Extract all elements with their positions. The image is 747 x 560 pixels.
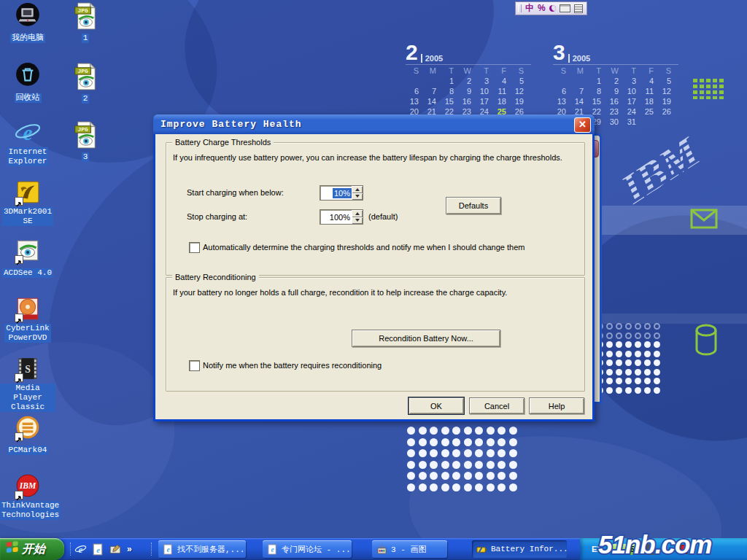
start-charging-value[interactable]: 10% (333, 188, 352, 198)
calendar-day: 10 (476, 87, 493, 97)
cancel-button[interactable]: Cancel (469, 397, 525, 414)
svg-text:S: S (25, 364, 31, 375)
calendar-day: 7 (423, 87, 441, 97)
wallpaper-dot (419, 427, 427, 435)
group-description: If you infrequently use battery power, y… (173, 153, 562, 162)
calendar-day: 5 (511, 77, 528, 87)
stop-charging-value[interactable]: 100% (320, 213, 352, 222)
language-indicator[interactable]: EN (592, 545, 603, 553)
wallpaper-dot (635, 369, 641, 376)
wallpaper-dot (635, 387, 641, 394)
desktop-icon-media-player-classic[interactable]: SMedia Player Classic (0, 355, 55, 412)
desktop-icon-powerdvd[interactable]: CyberLink PowerDVD (0, 295, 55, 343)
dialog-title-bar[interactable]: Improve Battery Health ✕ (153, 114, 595, 134)
wallpaper-dot (464, 449, 472, 457)
desktop-icon-my-computer[interactable]: 我的电脑 (0, 2, 55, 43)
stop-charging-spinner[interactable]: 100% (320, 209, 363, 225)
ie-icon[interactable]: e (74, 543, 87, 556)
wallpaper-dot (616, 351, 622, 357)
wallpaper-dot (654, 341, 660, 348)
ime-menu-icon[interactable] (574, 4, 583, 13)
ime-keyboard-icon[interactable] (560, 4, 570, 12)
desktop-icon-jpg-file[interactable]: JPG2 (58, 63, 113, 104)
recondition-battery-button[interactable]: Recondition Battery Now... (352, 330, 500, 347)
help-button[interactable]: Help (529, 397, 584, 414)
auto-determine-label[interactable]: Automatically determine the charging thr… (203, 243, 525, 252)
ime-chinese-indicator[interactable]: 中 (525, 3, 534, 14)
taskbar-task-button[interactable]: 3 - 画图 (372, 540, 447, 558)
start-charging-spinner[interactable]: 10% (320, 185, 363, 201)
ok-button[interactable]: OK (409, 397, 464, 414)
wallpaper-dot (475, 438, 483, 446)
3dmark2001-icon (14, 179, 42, 206)
calendar-weekday: T (588, 66, 605, 77)
ie-page-icon: e (163, 544, 174, 555)
quick-launch-overflow-chevron[interactable]: » (127, 544, 132, 554)
show-desktop-icon[interactable] (109, 543, 122, 556)
wallpaper-dot (407, 427, 415, 435)
wallpaper-dot (625, 387, 632, 394)
desktop-icon-label: Media Player Classic (0, 384, 55, 412)
ime-language-bar[interactable]: 中 % (515, 1, 587, 15)
wallpaper-dot (452, 438, 460, 446)
calendar-day: 17 (623, 97, 640, 107)
pcmark04-icon (14, 414, 42, 442)
calendar-day: 4 (493, 77, 511, 87)
auto-determine-checkbox[interactable] (189, 242, 200, 253)
spinner-up-button[interactable] (352, 186, 363, 193)
ie-channel-icon[interactable]: e (92, 543, 104, 556)
ime-fullwidth-moon-icon[interactable] (549, 5, 556, 12)
desktop-icon-label: 我的电脑 (10, 34, 45, 43)
calendar-day: 3 (623, 77, 640, 87)
tray-battery-meter[interactable]: 58% (613, 544, 654, 555)
desktop-icon-jpg-file[interactable]: JPG3 (58, 121, 113, 162)
desktop-icon-recycle-bin[interactable]: 回收站 (0, 62, 55, 103)
quick-launch-area: ee» (74, 538, 132, 560)
taskbar-task-button[interactable]: Battery Infor... (472, 540, 567, 558)
wallpaper-dot (654, 387, 660, 394)
my-computer-icon (14, 2, 42, 30)
wallpaper-dot (407, 461, 415, 469)
taskbar-task-button[interactable]: e找不到服务器,... (158, 540, 246, 558)
calendar-day: 1 (441, 77, 458, 87)
calendar-weekday: F (640, 66, 658, 77)
battery-percent: 58% (613, 544, 645, 555)
wallpaper-dot (644, 369, 651, 376)
desktop-icon-internet-explorer[interactable]: eInternet Explorer (0, 119, 55, 166)
wallpaper-dot (475, 427, 483, 435)
wallpaper-dot (654, 378, 660, 384)
ime-drag-handle[interactable] (518, 4, 522, 12)
calendar-day (553, 77, 570, 87)
calendar-day: 12 (511, 87, 528, 97)
spinner-down-button[interactable] (352, 217, 363, 225)
svg-text:JPG: JPG (77, 126, 88, 133)
calendar-day: 11 (640, 87, 658, 97)
start-button[interactable]: 开始 (0, 538, 64, 560)
svg-text:JPG: JPG (77, 68, 88, 74)
defaults-button[interactable]: Defaults (446, 197, 501, 214)
wallpaper-dot (452, 449, 460, 457)
desktop-icon-jpg-file[interactable]: JPG1 (58, 2, 113, 43)
desktop-icon-pcmark04[interactable]: PCMark04 (0, 414, 55, 455)
desktop-icon-thinkvantage[interactable]: IBMThinkVantage Technologies (0, 472, 55, 520)
notify-reconditioning-checkbox[interactable] (189, 360, 200, 371)
down-arrow-icon (355, 195, 360, 198)
calendar-day: 4 (640, 77, 658, 87)
tray-alert-icon[interactable] (678, 545, 688, 554)
wallpaper-dot (606, 341, 613, 348)
wallpaper-dot (635, 359, 641, 366)
calendar-day: 5 (658, 77, 676, 87)
wallpaper-dot (441, 472, 449, 480)
notify-reconditioning-label[interactable]: Notify me when the battery requires reco… (203, 361, 382, 370)
spinner-up-button[interactable] (352, 210, 363, 217)
desktop-icon-3dmark2001[interactable]: 3DMark2001 SE (0, 179, 55, 226)
desktop-icon-acdsee[interactable]: ACDSee 4.0 (0, 237, 55, 278)
ime-punctuation-icon[interactable]: % (538, 3, 546, 14)
svg-text:e: e (23, 121, 32, 144)
spinner-down-button[interactable] (352, 193, 363, 201)
close-button[interactable]: ✕ (574, 117, 591, 133)
wallpaper-dot (654, 332, 660, 339)
taskbar-task-button[interactable]: e专门网论坛 - ... (263, 540, 352, 558)
shortcut-arrow-icon (15, 432, 23, 441)
calendar-year: 2005 (568, 54, 590, 63)
